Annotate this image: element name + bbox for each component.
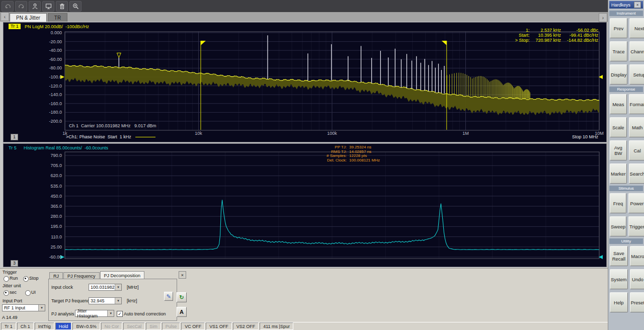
hardkey-scale-button[interactable]: Scale: [610, 117, 627, 137]
y-axis-label: -120.0: [36, 84, 62, 89]
hardkey-undo-button[interactable]: Undo: [630, 269, 644, 289]
hardkey-format-button[interactable]: Format: [629, 94, 644, 114]
tab-pj-decomposition[interactable]: PJ Decomposition: [100, 271, 145, 279]
status-segment-pulse[interactable]: Pulse: [162, 322, 181, 330]
hardkey-prev-button[interactable]: Prev: [610, 18, 627, 38]
tab-pj-frequency[interactable]: PJ Frequency: [63, 272, 100, 279]
tab-scroll-right-icon[interactable]: ›: [599, 13, 607, 22]
y-axis-label: -140.0: [36, 92, 62, 97]
y-axis-label: -60.00: [36, 57, 62, 62]
averaging-status-text: A 14.49: [2, 315, 18, 320]
pj-analysis-label: PJ analysis: [51, 311, 74, 316]
jitter-unit-ui-radio[interactable]: [25, 290, 31, 296]
hardkey-trace-button[interactable]: Trace: [610, 41, 627, 61]
x-axis-label: 1k: [62, 131, 67, 136]
hardkey-help-button[interactable]: Help: [610, 292, 628, 312]
edit-icon[interactable]: ✎: [164, 292, 173, 301]
hardkeys-section-label: Stimulus: [609, 186, 643, 191]
carrier-info: Ch 1 Carrier 100.031982 MHz 9.017 dBm: [69, 123, 156, 128]
hardkey-channel-button[interactable]: Channel: [629, 41, 644, 61]
chevron-down-icon: ▾: [115, 298, 121, 304]
hardkeys-body: InstrumentPrevNextTraceChannelDisplaySet…: [608, 11, 644, 312]
chevron-down-icon: ▾: [38, 305, 45, 311]
hardkey-trigger-button[interactable]: Trigger: [628, 216, 644, 236]
trace1-badge[interactable]: Tr 1: [9, 24, 21, 29]
y-axis-label: -200.0: [36, 119, 62, 124]
undo-icon[interactable]: [2, 1, 14, 12]
status-segment-tr-1[interactable]: Tr 1: [1, 322, 16, 330]
y-axis-label: 25.00: [36, 244, 62, 250]
status-segment-seccal[interactable]: SecCal: [123, 322, 145, 330]
hardkey-cal-button[interactable]: Cal: [629, 140, 644, 160]
status-segment-411-ms-spur[interactable]: 411 ms |Spur: [260, 322, 293, 330]
result-value: 100.008121 MHz: [349, 158, 380, 163]
hardkey-power-button[interactable]: Power: [628, 193, 644, 213]
hardkey-marker-button[interactable]: Marker: [610, 163, 627, 184]
close-icon[interactable]: ×: [634, 2, 641, 8]
status-segment-ch-1[interactable]: Ch 1: [17, 322, 34, 330]
redo-icon[interactable]: [15, 1, 27, 12]
status-segment-vs2-off[interactable]: VS2 OFF: [233, 322, 259, 330]
jitter-unit-sec-radio[interactable]: [4, 290, 9, 296]
tab-pn-jitter[interactable]: PN & Jitter: [10, 13, 47, 22]
tab-label: PJ Frequency: [67, 274, 96, 279]
trigger-stop-radio[interactable]: [23, 276, 29, 282]
hardkey-next-button[interactable]: Next: [629, 18, 644, 38]
hardkey-freq-button[interactable]: Freq: [610, 193, 626, 213]
trigger-run-radio[interactable]: [4, 276, 9, 282]
pj-analysis-select[interactable]: Jitter Histogram ▾: [75, 310, 114, 317]
input-port-select[interactable]: RF 1 Input ▾: [2, 304, 45, 311]
user-signal-icon[interactable]: [29, 1, 41, 12]
x-axis-label: 10k: [195, 131, 202, 136]
hardkey-display-button[interactable]: Display: [610, 64, 627, 85]
check-icon: ✓: [118, 312, 122, 316]
x-axis-label: 1M: [462, 131, 469, 136]
hardkey-search-button[interactable]: Search: [629, 163, 644, 184]
hardkey-sweep-button[interactable]: Sweep: [610, 216, 626, 236]
tab-rj[interactable]: RJ: [49, 272, 63, 279]
hardkey-setup-button[interactable]: Setup: [629, 64, 644, 85]
trace1-title: PN LogM 20.00dB/ -100dBc/Hz: [25, 24, 89, 29]
hardkey-save-recall-button[interactable]: Save Recall: [610, 246, 628, 266]
y-axis-label: 0.000: [36, 30, 62, 35]
close-icon[interactable]: ×: [179, 271, 186, 279]
status-segment-hold[interactable]: Hold: [55, 322, 72, 330]
auto-trend-correction-checkbox[interactable]: ✓: [117, 311, 123, 317]
phase-noise-chart: Tr 1 PN LogM 20.00dB/ -100dBc/Hz 1:2.537…: [3, 22, 607, 142]
trace5-badge[interactable]: Tr 5: [9, 145, 17, 150]
trigger-group-label: Trigger: [3, 270, 17, 275]
hardkey-meas-button[interactable]: Meas: [610, 94, 627, 114]
hardkeys-header[interactable]: Hardkeys ×: [609, 1, 643, 9]
refresh-icon[interactable]: ↻: [177, 292, 187, 302]
status-bar: Tr 1Ch 1IntTrigHoldBW=0.5%No CorSecCalSi…: [0, 322, 608, 330]
histogram-plot[interactable]: [4, 144, 606, 267]
delete-icon[interactable]: [56, 1, 68, 12]
trace5-title: Histogram Real 85.00counts/ -60.0counts: [24, 145, 108, 150]
status-segment-vs1-off[interactable]: VS1 OFF: [206, 322, 232, 330]
zoom-icon[interactable]: [69, 1, 82, 12]
marker-readout-label: Start:: [515, 33, 530, 38]
y-axis-label: 365.0: [36, 204, 62, 209]
marker-readout-value: -56.02 dBc: [567, 28, 598, 33]
hardkey-avg-bw-button[interactable]: Avg BW: [610, 140, 627, 160]
a-tool-icon[interactable]: A: [177, 307, 187, 317]
marker-readout-freq: 10.395 kHz: [535, 33, 561, 38]
target-pj-frequency-select[interactable]: 32.945 ▾: [89, 297, 122, 304]
status-segment-vc-off[interactable]: VC OFF: [181, 322, 205, 330]
application-window: ‹ PN & Jitter TR › Tr 1 PN LogM 20.00dB/…: [0, 0, 644, 330]
status-segment-no-cor[interactable]: No Cor: [101, 322, 123, 330]
input-clock-select[interactable]: 100.031982 ▾: [89, 284, 122, 291]
screen-capture-icon[interactable]: [42, 1, 54, 12]
chevron-down-icon: ▾: [107, 310, 114, 316]
hardkey-system-button[interactable]: System: [610, 269, 628, 289]
status-segment-sim[interactable]: Sim: [146, 322, 161, 330]
hardkey-macro-button[interactable]: Macro: [630, 246, 644, 266]
hardkey-math-button[interactable]: Math: [629, 117, 644, 137]
input-clock-value: 100.031982: [91, 285, 115, 290]
tab-tr[interactable]: TR: [48, 13, 67, 22]
marker-readout-freq: 720.987 kHz: [535, 38, 561, 43]
hardkey-preset-button[interactable]: Preset: [630, 292, 644, 312]
status-segment-bw-0-5-[interactable]: BW=0.5%: [72, 322, 100, 330]
status-segment-inttrig[interactable]: IntTrig: [35, 322, 54, 330]
tab-scroll-left-icon[interactable]: ‹: [1, 12, 9, 21]
